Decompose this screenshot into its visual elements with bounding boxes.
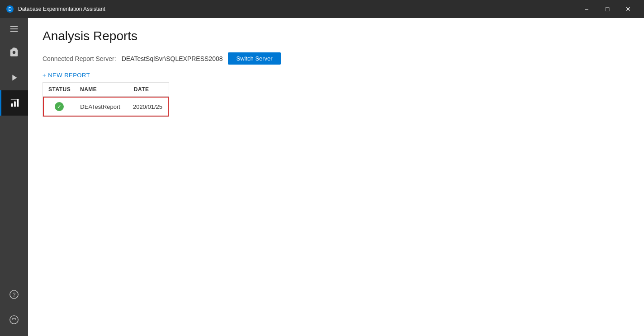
app-icon: D <box>5 5 14 14</box>
svg-text:D: D <box>8 7 11 12</box>
close-button[interactable]: ✕ <box>618 0 639 18</box>
help-icon: ? <box>9 289 19 299</box>
server-name: DEATestSqlSvr\SQLEXPRESS2008 <box>122 55 223 62</box>
svg-point-10 <box>11 103 13 104</box>
svg-point-17 <box>15 319 16 320</box>
play-icon <box>9 73 19 83</box>
svg-rect-2 <box>10 26 18 27</box>
camera-icon <box>9 47 19 57</box>
sidebar-top <box>0 18 28 116</box>
sidebar-item-replay[interactable] <box>0 65 28 90</box>
menu-icon <box>9 24 19 34</box>
switch-server-button[interactable]: Switch Server <box>228 52 280 65</box>
sidebar-item-analysis[interactable] <box>0 90 28 116</box>
new-report-bar: + NEW REPORT <box>28 70 644 82</box>
table-header: STATUS NAME DATE <box>43 83 169 97</box>
server-bar: Connected Report Server: DEATestSqlSvr\S… <box>28 49 644 70</box>
title-bar: D Database Experimentation Assistant – □… <box>0 0 644 18</box>
svg-point-12 <box>17 99 19 100</box>
feedback-icon <box>9 315 19 325</box>
sidebar-item-capture[interactable] <box>0 40 28 65</box>
report-table: STATUS NAME DATE ✓ DEATestReport 2020/01… <box>43 82 169 117</box>
svg-point-16 <box>12 319 13 320</box>
sidebar-bottom: ? <box>0 282 28 336</box>
maximize-button[interactable]: □ <box>597 0 618 18</box>
sidebar-item-feedback[interactable] <box>0 307 28 332</box>
svg-rect-4 <box>10 31 18 32</box>
svg-rect-7 <box>14 102 16 107</box>
server-label: Connected Report Server: <box>43 55 116 62</box>
col-date: DATE <box>128 83 169 96</box>
svg-text:?: ? <box>13 292 16 298</box>
new-report-button[interactable]: + NEW REPORT <box>43 72 90 79</box>
analysis-icon <box>10 98 20 108</box>
status-ok-icon: ✓ <box>55 102 64 111</box>
page-title: Analysis Reports <box>43 29 630 43</box>
window-controls: – □ ✕ <box>576 0 639 18</box>
row-name: DEATestReport <box>75 99 128 115</box>
row-date: 2020/01/25 <box>128 99 168 115</box>
page-header: Analysis Reports <box>28 18 644 49</box>
row-status: ✓ <box>44 98 75 116</box>
svg-rect-8 <box>17 100 19 107</box>
svg-rect-3 <box>10 28 18 29</box>
title-bar-left: D Database Experimentation Assistant <box>5 5 105 14</box>
sidebar-item-help[interactable]: ? <box>0 282 28 307</box>
col-status: STATUS <box>43 83 75 96</box>
table-row[interactable]: ✓ DEATestReport 2020/01/25 <box>43 97 169 117</box>
app-title: Database Experimentation Assistant <box>18 6 105 12</box>
minimize-button[interactable]: – <box>576 0 597 18</box>
svg-marker-5 <box>12 75 17 81</box>
sidebar: ? <box>0 18 28 336</box>
sidebar-item-menu[interactable] <box>0 18 28 40</box>
main-content: Analysis Reports Connected Report Server… <box>28 18 644 336</box>
svg-point-11 <box>14 101 15 103</box>
svg-point-15 <box>10 316 18 324</box>
col-name: NAME <box>75 83 128 96</box>
app-body: ? Analysis Reports Connected Report Serv… <box>0 18 644 336</box>
